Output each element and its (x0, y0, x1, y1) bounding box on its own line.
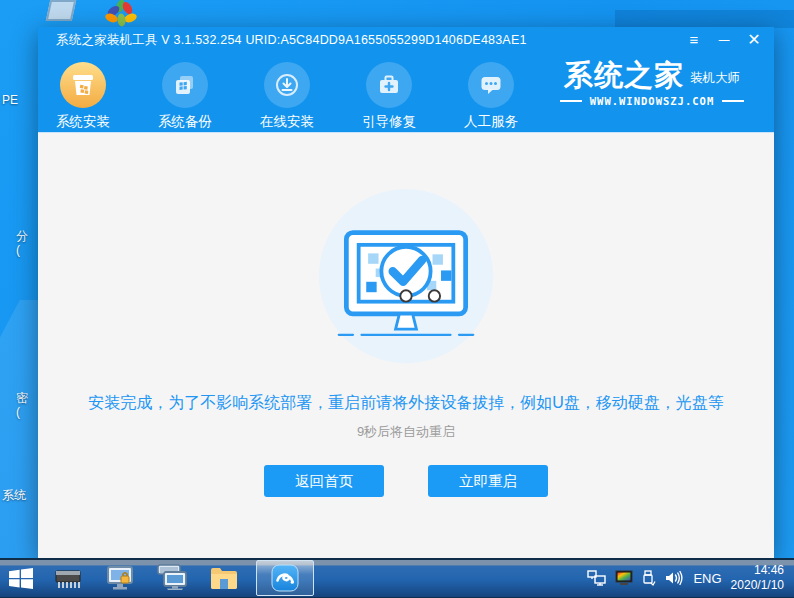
taskbar: ENG 14:46 2020/1/10 (0, 558, 794, 598)
nav-item-human-service[interactable]: 人工服务 (440, 53, 542, 131)
flower-logo-icon[interactable] (105, 2, 137, 26)
title-bar[interactable]: 系统之家装机工具 V 3.1.532.254 URID:A5C84DD9A165… (38, 27, 774, 53)
minimize-icon[interactable]: ─ (712, 29, 736, 51)
installer-window: 系统之家装机工具 V 3.1.532.254 URID:A5C84DD9A165… (38, 27, 774, 558)
menu-icon[interactable]: ≡ (682, 29, 706, 51)
taskbar-item-installer-app-active[interactable] (256, 560, 314, 596)
network-icon[interactable] (587, 570, 606, 586)
usb-device-icon[interactable] (642, 570, 656, 587)
auto-restart-countdown: 9秒后将自动重启 (357, 423, 455, 441)
nav-label: 系统安装 (56, 113, 110, 131)
nav-item-system-backup[interactable]: 系统备份 (134, 53, 236, 131)
nav-item-online-install[interactable]: 在线安装 (236, 53, 338, 131)
install-complete-message: 安装完成，为了不影响系统部署，重启前请将外接设备拔掉，例如U盘，移动硬盘，光盘等 (88, 393, 724, 414)
divider (560, 100, 582, 102)
folder-icon (209, 566, 239, 591)
remote-desktop-icon (156, 564, 188, 592)
desktop-icon-label: ( (16, 243, 20, 257)
desktop-pc-icon[interactable] (46, 0, 76, 21)
download-circle-icon (264, 62, 310, 108)
taskbar-item-chip[interactable] (42, 561, 94, 595)
start-button[interactable] (0, 558, 42, 598)
restart-now-button[interactable]: 立即重启 (428, 465, 548, 497)
desktop-icon-label[interactable]: PE (2, 93, 18, 107)
volume-icon[interactable] (665, 570, 684, 586)
desktop-icon-label: ( (16, 405, 20, 419)
start-icon (9, 568, 33, 589)
back-home-button[interactable]: 返回首页 (264, 465, 384, 497)
install-box-icon (60, 62, 106, 108)
nav-label: 人工服务 (464, 113, 518, 131)
nav-label: 在线安装 (260, 113, 314, 131)
nav-label: 系统备份 (158, 113, 212, 131)
brand-name: 系统之家 (564, 60, 684, 90)
app-swoosh-icon (271, 564, 299, 592)
chip-icon (53, 566, 83, 590)
display-settings-icon[interactable] (615, 570, 633, 586)
taskbar-item-screen-tool[interactable] (94, 561, 146, 595)
brand-url: WWW.WINDOWSZJ.COM (590, 95, 714, 107)
language-indicator[interactable]: ENG (693, 571, 721, 586)
tray-time: 14:46 (731, 563, 784, 578)
taskbar-item-file-explorer[interactable] (198, 561, 250, 595)
close-icon[interactable]: ✕ (742, 29, 766, 51)
backup-copies-icon (162, 62, 208, 108)
screen-lock-icon (105, 565, 135, 592)
nav-bar: 系统安装 系统备份 (38, 53, 774, 133)
window-title: 系统之家装机工具 V 3.1.532.254 URID:A5C84DD9A165… (56, 32, 527, 49)
desktop-icon-label[interactable]: 系统 (2, 487, 26, 504)
nav-item-boot-repair[interactable]: 引导修复 (338, 53, 440, 131)
background-window-edge (615, 10, 794, 28)
nav-label: 引导修复 (362, 113, 416, 131)
brand-logo: 系统之家 装机大师 WWW.WINDOWSZJ.COM (544, 60, 760, 107)
chat-bubble-icon (468, 62, 514, 108)
taskbar-item-remote-desktop[interactable] (146, 561, 198, 595)
monitor-checkmark-illustration (311, 189, 501, 367)
clock[interactable]: 14:46 2020/1/10 (731, 563, 790, 593)
tray-date: 2020/1/10 (731, 578, 784, 593)
toolbox-icon (366, 62, 412, 108)
system-tray: ENG 14:46 2020/1/10 (587, 558, 790, 598)
nav-item-system-install[interactable]: 系统安装 (32, 53, 134, 131)
main-content: 安装完成，为了不影响系统部署，重启前请将外接设备拔掉，例如U盘，移动硬盘，光盘等… (38, 133, 774, 557)
divider (722, 100, 744, 102)
brand-subtitle: 装机大师 (690, 70, 740, 90)
